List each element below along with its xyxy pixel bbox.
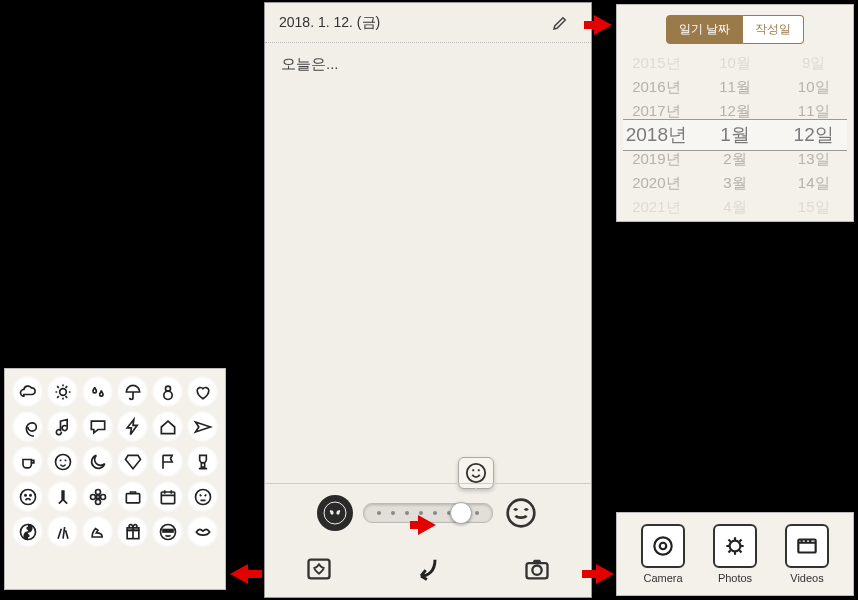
diary-panel: 2018. 1. 12. (금) 오늘은...	[264, 2, 592, 598]
mood-angry-icon	[317, 495, 353, 531]
sticker-swirl[interactable]	[11, 410, 44, 443]
sticker-cloud[interactable]	[11, 375, 44, 408]
diary-date: 2018. 1. 12. (금)	[279, 14, 380, 32]
sticker-water-drops[interactable]	[81, 375, 114, 408]
videos-icon	[785, 524, 829, 568]
svg-point-18	[29, 494, 30, 495]
svg-point-8	[654, 537, 671, 554]
media-videos[interactable]: Videos	[780, 524, 834, 584]
sticker-coffee-cup[interactable]	[11, 445, 44, 478]
sticker-button[interactable]	[302, 552, 336, 586]
svg-point-1	[324, 502, 346, 524]
diary-header: 2018. 1. 12. (금)	[265, 3, 591, 43]
sticker-face-amused[interactable]	[46, 445, 79, 478]
svg-point-23	[100, 494, 105, 499]
camera-icon	[641, 524, 685, 568]
svg-point-21	[95, 499, 100, 504]
sticker-yin-yang[interactable]	[11, 515, 44, 548]
mood-happy-icon	[503, 495, 539, 531]
sticker-moon[interactable]	[81, 445, 114, 478]
day-wheel[interactable]: 9일 10일 11일 12일 13일 14일 15일	[774, 50, 853, 220]
svg-point-20	[95, 489, 100, 494]
sticker-face-cool[interactable]	[151, 515, 184, 548]
media-photos[interactable]: Photos	[708, 524, 762, 584]
sticker-flag[interactable]	[151, 445, 184, 478]
media-camera[interactable]: Camera	[636, 524, 690, 584]
svg-rect-32	[163, 529, 167, 532]
month-wheel[interactable]: 10월 11월 12월 1월 2월 3월 4월	[696, 50, 775, 220]
sticker-sun[interactable]	[46, 375, 79, 408]
diary-footer	[265, 541, 591, 597]
arrow-mood-center	[418, 515, 436, 535]
sticker-face-sad[interactable]	[11, 480, 44, 513]
year-wheel[interactable]: 2015년 2016년 2017년 2018년 2019년 2020년 2021…	[617, 50, 696, 220]
sticker-umbrella[interactable]	[116, 375, 149, 408]
svg-point-19	[96, 495, 99, 498]
sticker-face-annoyed[interactable]	[186, 480, 219, 513]
sticker-panel	[4, 368, 226, 590]
svg-point-4	[508, 499, 535, 526]
svg-rect-24	[126, 493, 139, 502]
mood-slider-thumb[interactable]	[450, 502, 472, 524]
arrow-to-datepicker	[594, 15, 612, 35]
date-picker-wheels[interactable]: 2015년 2016년 2017년 2018년 2019년 2020년 2021…	[617, 50, 853, 220]
sticker-diamond[interactable]	[116, 445, 149, 478]
camera-button[interactable]	[520, 552, 554, 586]
tab-diary-date[interactable]: 일기 날짜	[666, 15, 743, 44]
sticker-gift[interactable]	[116, 515, 149, 548]
sticker-trophy[interactable]	[186, 445, 219, 478]
sticker-paint-brushes[interactable]	[46, 515, 79, 548]
sticker-lips[interactable]	[186, 515, 219, 548]
sticker-speech-bubble[interactable]	[81, 410, 114, 443]
svg-point-16	[20, 489, 35, 504]
svg-point-15	[55, 454, 70, 469]
arrow-to-media	[596, 564, 614, 584]
tab-written-date[interactable]: 작성일	[743, 15, 804, 44]
sticker-praying-hands[interactable]	[46, 480, 79, 513]
sticker-lightning[interactable]	[116, 410, 149, 443]
svg-point-9	[660, 543, 667, 550]
sticker-snowman[interactable]	[151, 375, 184, 408]
diary-body-text[interactable]: 오늘은...	[265, 43, 591, 483]
sticker-music-note[interactable]	[46, 410, 79, 443]
svg-point-3	[337, 511, 339, 513]
sticker-house[interactable]	[151, 410, 184, 443]
svg-rect-25	[161, 492, 174, 504]
svg-point-14	[163, 391, 171, 399]
edit-date-button[interactable]	[543, 6, 577, 40]
svg-point-7	[532, 566, 541, 575]
svg-point-12	[59, 388, 66, 395]
svg-point-29	[27, 534, 29, 536]
media-panel: Camera Photos Videos	[616, 512, 854, 596]
arrow-to-stickers	[230, 564, 248, 584]
back-button[interactable]	[411, 552, 445, 586]
sticker-heart[interactable]	[186, 375, 219, 408]
sticker-calendar[interactable]	[151, 480, 184, 513]
svg-point-10	[730, 541, 741, 552]
svg-point-0	[467, 464, 485, 482]
svg-point-22	[90, 494, 95, 499]
sticker-arm-flex[interactable]	[81, 515, 114, 548]
svg-point-17	[24, 494, 25, 495]
svg-point-28	[27, 527, 29, 529]
svg-point-26	[195, 489, 210, 504]
svg-rect-33	[168, 529, 172, 532]
sticker-briefcase[interactable]	[116, 480, 149, 513]
sticker-airplane[interactable]	[186, 410, 219, 443]
date-picker-panel: 일기 날짜 작성일 2015년 2016년 2017년 2018년 2019년 …	[616, 4, 854, 222]
photos-icon	[713, 524, 757, 568]
svg-rect-5	[309, 560, 330, 579]
date-picker-tabs: 일기 날짜 작성일	[617, 5, 853, 50]
svg-point-2	[331, 511, 333, 513]
sticker-flower[interactable]	[81, 480, 114, 513]
